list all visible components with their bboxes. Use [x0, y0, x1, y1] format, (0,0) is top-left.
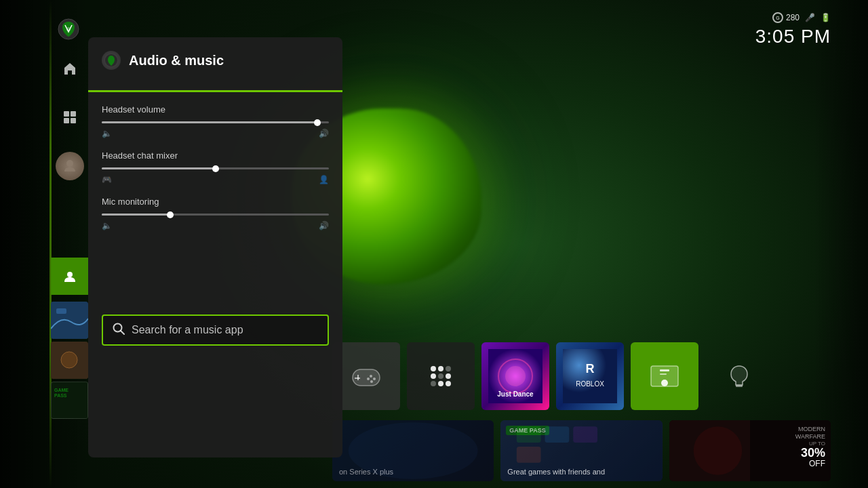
status-icons: G 280 🎤 🔋 — [772, 12, 831, 23]
chat-mixer-icons: 🎮 👤 — [102, 175, 329, 184]
svg-point-1 — [66, 27, 71, 31]
sidebar-item-media[interactable] — [56, 103, 84, 131]
gamerscore-value: 280 — [786, 13, 800, 22]
cod-discount-value: 30% — [795, 447, 825, 459]
headset-chat-mixer-label: Headset chat mixer — [102, 150, 329, 161]
cod-off-text: OFF — [795, 459, 825, 468]
svg-text:R: R — [586, 362, 595, 375]
battery-icon: 🔋 — [821, 13, 831, 22]
tile-xbox-green[interactable] — [631, 342, 698, 410]
headset-volume-label: Headset volume — [102, 104, 329, 115]
controller-icon: 🎮 — [102, 175, 112, 184]
dot-1 — [431, 366, 436, 371]
panel-title: Audio & music — [129, 53, 224, 68]
svg-point-27 — [505, 366, 526, 386]
tile-controller[interactable] — [332, 342, 400, 410]
dot-4 — [431, 373, 436, 379]
svg-rect-36 — [736, 385, 743, 387]
sidebar-thumb-gamepass[interactable]: GAME PASS — [51, 382, 88, 419]
dot-9 — [446, 381, 451, 386]
mic-icon: 🎤 — [805, 13, 815, 22]
svg-point-7 — [67, 272, 73, 277]
svg-point-22 — [373, 378, 376, 380]
cod-sale-info: MODERNWARFARE UP TO 30% OFF — [795, 426, 825, 468]
volume-low-icon: 🔈 — [102, 129, 112, 138]
svg-text:Just Dance: Just Dance — [497, 390, 534, 398]
svg-rect-4 — [64, 118, 69, 123]
mic-monitoring-section: Mic monitoring 🔈 🔊 — [102, 197, 329, 230]
svg-text:ROBLOX: ROBLOX — [576, 380, 604, 388]
mic-monitoring-thumb[interactable] — [167, 211, 174, 218]
mic-monitoring-track[interactable] — [102, 214, 329, 216]
svg-rect-2 — [64, 111, 69, 117]
audio-music-panel: Audio & music Headset volume 🔈 🔊 Headset… — [88, 37, 342, 458]
dot-3 — [446, 366, 451, 371]
cod-game-title: MODERNWARFARE — [795, 426, 825, 441]
tile-light-bulb[interactable] — [705, 342, 773, 410]
mic-monitoring-icons: 🔈 🔊 — [102, 221, 329, 230]
dot-8 — [438, 381, 443, 386]
svg-rect-20 — [355, 378, 360, 379]
tile-game1[interactable]: Just Dance — [481, 342, 549, 410]
tile-roblox[interactable]: R ROBLOX — [556, 342, 624, 410]
headset-volume-thumb[interactable] — [314, 119, 321, 126]
svg-rect-42 — [574, 426, 598, 443]
svg-point-11 — [61, 352, 77, 368]
headset-volume-track[interactable] — [102, 121, 329, 123]
sidebar-thumb-action[interactable] — [51, 342, 88, 379]
svg-point-21 — [370, 375, 372, 378]
xbox-logo-sidebar — [53, 14, 83, 44]
svg-text:PASS: PASS — [54, 393, 67, 398]
chat-mixer-track[interactable] — [102, 167, 329, 169]
svg-point-35 — [661, 380, 668, 386]
headset-volume-fill — [102, 121, 317, 123]
volume-high-icon: 🔊 — [319, 129, 329, 138]
sidebar-active-item[interactable] — [51, 258, 88, 295]
spinner-animation — [431, 366, 451, 386]
svg-text:GAME: GAME — [54, 388, 68, 392]
sidebar-thumb-racing[interactable] — [51, 302, 88, 339]
dot-7 — [431, 381, 436, 386]
bottom-banners: on Series X plus GAME PASS Great games w… — [332, 420, 831, 481]
mic-monitoring-label: Mic monitoring — [102, 197, 329, 207]
mic-monitoring-fill — [102, 214, 170, 216]
banner-cod[interactable]: MODERNWARFARE UP TO 30% OFF — [669, 420, 831, 481]
panel-header: Audio & music — [102, 51, 329, 77]
tile-spinner[interactable] — [407, 342, 475, 410]
mic-low-icon: 🔈 — [102, 221, 112, 230]
sidebar-item-home[interactable] — [56, 54, 84, 83]
xbox-logo — [102, 51, 121, 70]
svg-rect-5 — [71, 118, 76, 123]
chat-mixer-fill — [102, 167, 216, 169]
headset-volume-section: Headset volume 🔈 🔊 — [102, 104, 329, 138]
svg-rect-3 — [71, 111, 76, 117]
banner-series-x[interactable]: on Series X plus — [332, 420, 494, 481]
dot-2 — [438, 366, 443, 371]
edge-right — [814, 0, 868, 488]
svg-point-6 — [66, 160, 73, 167]
svg-rect-29 — [563, 349, 617, 403]
sidebar-avatar[interactable] — [56, 152, 84, 180]
banner-gamepass[interactable]: GAME PASS Great games with friends and — [500, 420, 662, 481]
search-placeholder-text: Search for a music app — [132, 324, 243, 336]
svg-rect-43 — [517, 447, 541, 463]
chat-mixer-thumb[interactable] — [212, 165, 219, 172]
svg-rect-41 — [545, 426, 570, 443]
svg-rect-33 — [660, 369, 669, 371]
gamerscore-circle: G — [772, 12, 783, 23]
sidebar-thumbnails: GAME PASS — [51, 302, 88, 419]
headset-chat-mixer-section: Headset chat mixer 🎮 👤 — [102, 150, 329, 184]
status-bar: G 280 🎤 🔋 3:05 PM — [755, 12, 831, 47]
svg-point-24 — [370, 380, 373, 383]
svg-rect-34 — [660, 373, 667, 375]
gamerscore: G 280 — [772, 12, 800, 23]
svg-rect-9 — [56, 308, 66, 314]
headset-volume-icons: 🔈 🔊 — [102, 129, 329, 138]
taskbar: Just Dance R ROBLOX — [332, 342, 831, 410]
mic-high-icon: 🔊 — [319, 221, 329, 230]
music-app-search[interactable]: Search for a music app — [102, 314, 329, 346]
search-icon — [113, 323, 125, 338]
clock-display: 3:05 PM — [755, 26, 831, 47]
person-icon: 👤 — [319, 175, 329, 184]
dot-6 — [446, 373, 451, 379]
